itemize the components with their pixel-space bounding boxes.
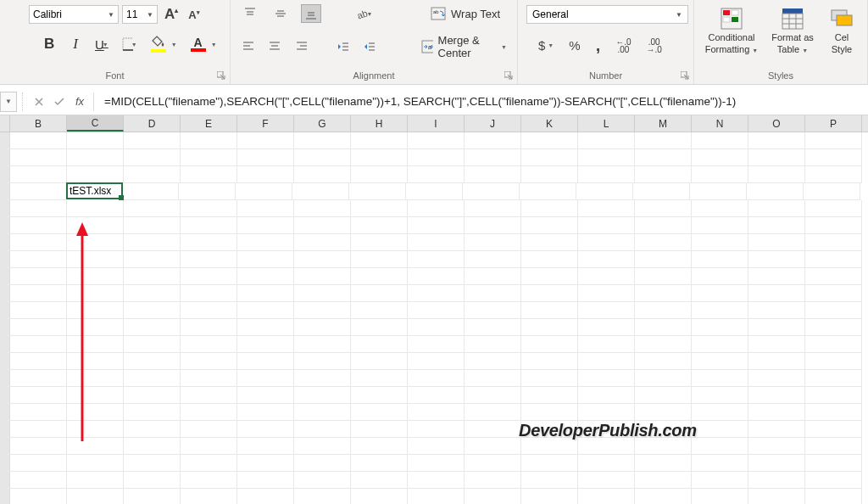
cell[interactable] <box>406 183 463 200</box>
cell[interactable] <box>181 234 237 251</box>
align-middle-button[interactable] <box>271 5 290 22</box>
cell[interactable] <box>294 166 351 183</box>
cell[interactable] <box>124 268 181 285</box>
cell[interactable] <box>805 217 862 234</box>
name-box-dropdown[interactable]: ▼ <box>0 92 17 112</box>
cell[interactable] <box>465 489 521 504</box>
cell[interactable] <box>633 183 690 200</box>
cell[interactable] <box>465 268 521 285</box>
cell[interactable] <box>408 217 465 234</box>
cell[interactable] <box>578 489 635 504</box>
cell[interactable] <box>294 455 351 472</box>
cell[interactable] <box>181 217 237 234</box>
cell[interactable] <box>692 421 748 438</box>
cell[interactable] <box>237 132 294 149</box>
align-center-button[interactable] <box>268 38 283 55</box>
cell[interactable] <box>635 438 692 455</box>
cell[interactable] <box>748 132 805 149</box>
cell-grid[interactable]: tEST.xlsx <box>0 132 868 504</box>
cell[interactable] <box>805 370 862 387</box>
cell[interactable] <box>351 370 408 387</box>
percent-button[interactable]: % <box>565 38 583 53</box>
cell[interactable] <box>10 319 67 336</box>
cell[interactable] <box>805 132 862 149</box>
cell[interactable] <box>179 183 236 200</box>
cell[interactable] <box>520 183 576 200</box>
cell[interactable] <box>578 285 635 302</box>
cell[interactable] <box>181 132 237 149</box>
cell[interactable] <box>294 251 351 268</box>
cell[interactable] <box>635 387 692 404</box>
cell[interactable] <box>351 200 408 217</box>
cell[interactable] <box>181 387 237 404</box>
cell[interactable] <box>635 489 692 504</box>
cell[interactable] <box>10 353 67 370</box>
cell[interactable] <box>465 370 521 387</box>
cell[interactable] <box>578 200 635 217</box>
cell[interactable] <box>349 183 406 200</box>
increase-font-button[interactable]: A▴ <box>161 6 181 23</box>
cell[interactable] <box>181 251 237 268</box>
cell[interactable] <box>294 472 351 489</box>
cell[interactable] <box>805 149 862 166</box>
cell[interactable] <box>124 234 181 251</box>
cell[interactable] <box>578 234 635 251</box>
cell[interactable] <box>805 404 862 421</box>
cell[interactable] <box>408 438 465 455</box>
cell[interactable] <box>463 183 520 200</box>
cell[interactable] <box>465 234 521 251</box>
cell[interactable] <box>181 166 237 183</box>
cell[interactable] <box>521 268 578 285</box>
cell[interactable] <box>124 336 181 353</box>
column-header[interactable]: B <box>10 115 67 132</box>
cell[interactable] <box>521 319 578 336</box>
column-header[interactable]: M <box>635 115 692 132</box>
cell[interactable] <box>67 200 124 217</box>
cell[interactable] <box>635 353 692 370</box>
cell[interactable] <box>181 285 237 302</box>
cell[interactable] <box>10 489 67 504</box>
cell[interactable] <box>10 421 67 438</box>
cell[interactable] <box>237 268 294 285</box>
cell[interactable] <box>521 336 578 353</box>
cell[interactable] <box>237 319 294 336</box>
increase-indent-button[interactable] <box>363 38 378 55</box>
align-bottom-button[interactable] <box>302 5 320 22</box>
cell[interactable] <box>10 387 67 404</box>
cell[interactable] <box>635 132 692 149</box>
cell[interactable] <box>124 353 181 370</box>
cell[interactable] <box>408 166 465 183</box>
column-header[interactable]: N <box>692 115 748 132</box>
cell[interactable] <box>465 200 521 217</box>
cell[interactable] <box>805 489 862 504</box>
cell[interactable] <box>408 421 465 438</box>
cell[interactable] <box>635 217 692 234</box>
column-header[interactable]: H <box>351 115 408 132</box>
borders-button[interactable]: ▼ <box>122 36 137 52</box>
cell[interactable] <box>181 472 237 489</box>
cell[interactable] <box>351 404 408 421</box>
cell[interactable] <box>465 438 521 455</box>
cell[interactable] <box>748 438 805 455</box>
cell[interactable] <box>635 302 692 319</box>
cell[interactable] <box>181 200 237 217</box>
cell[interactable] <box>351 217 408 234</box>
cell[interactable] <box>351 387 408 404</box>
cell[interactable] <box>748 268 805 285</box>
cell[interactable] <box>748 285 805 302</box>
cell[interactable] <box>578 217 635 234</box>
cell[interactable] <box>465 472 521 489</box>
font-name-combo[interactable]: Calibri ▼ <box>29 5 119 24</box>
cell[interactable] <box>692 200 748 217</box>
cell[interactable] <box>67 455 124 472</box>
cell[interactable] <box>181 319 237 336</box>
cell[interactable] <box>124 387 181 404</box>
cell[interactable] <box>351 455 408 472</box>
cell[interactable] <box>635 251 692 268</box>
cell[interactable] <box>465 251 521 268</box>
cell[interactable] <box>10 251 67 268</box>
column-header[interactable]: D <box>124 115 181 132</box>
cell[interactable] <box>465 302 521 319</box>
cell[interactable] <box>10 370 67 387</box>
cell[interactable] <box>748 251 805 268</box>
